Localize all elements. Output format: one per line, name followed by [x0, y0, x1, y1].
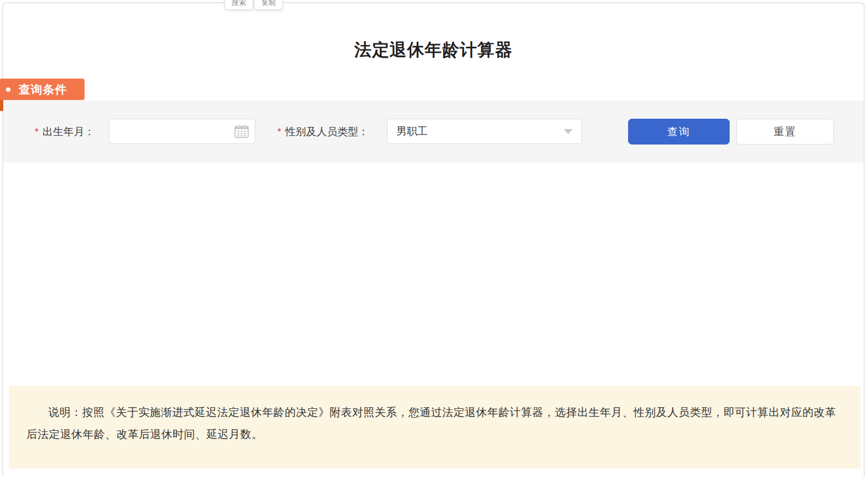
query-button[interactable]: 查询 [628, 119, 730, 145]
birth-date-input[interactable] [109, 119, 255, 144]
birth-date-label-text: 出生年月： [42, 125, 94, 139]
note-text: 说明：按照《关于实施渐进式延迟法定退休年龄的决定》附表对照关系，您通过法定退休年… [26, 401, 842, 445]
gender-type-label: * 性别及人员类型： [277, 101, 368, 163]
required-marker: * [277, 126, 281, 138]
page-container: 搜索 复制 法定退休年龄计算器 查询条件 * 出生年月： [2, 2, 865, 477]
gender-type-label-text: 性别及人员类型： [285, 125, 368, 139]
top-tabs: 搜索 复制 [225, 0, 283, 10]
birth-date-label: * 出生年月： [35, 101, 94, 163]
section-ribbon: 查询条件 [0, 79, 85, 100]
chevron-down-icon [564, 129, 573, 134]
page-title: 法定退休年龄计算器 [3, 38, 864, 62]
section-title: 查询条件 [19, 82, 67, 97]
ribbon-fold [0, 100, 3, 111]
bullet-icon [6, 87, 10, 92]
reset-button[interactable]: 重置 [736, 119, 834, 145]
query-form: * 出生年月： * 性别及人员类型： 男职工 [3, 101, 864, 163]
gender-type-select[interactable]: 男职工 [387, 119, 582, 144]
search-tab-button[interactable]: 搜索 [225, 0, 253, 10]
gender-type-selected-value: 男职工 [396, 124, 564, 138]
required-marker: * [35, 126, 38, 138]
copy-tab-button[interactable]: 复制 [254, 0, 283, 10]
birth-date-field [109, 119, 255, 144]
note-box: 说明：按照《关于实施渐进式延迟法定退休年龄的决定》附表对照关系，您通过法定退休年… [9, 386, 860, 469]
